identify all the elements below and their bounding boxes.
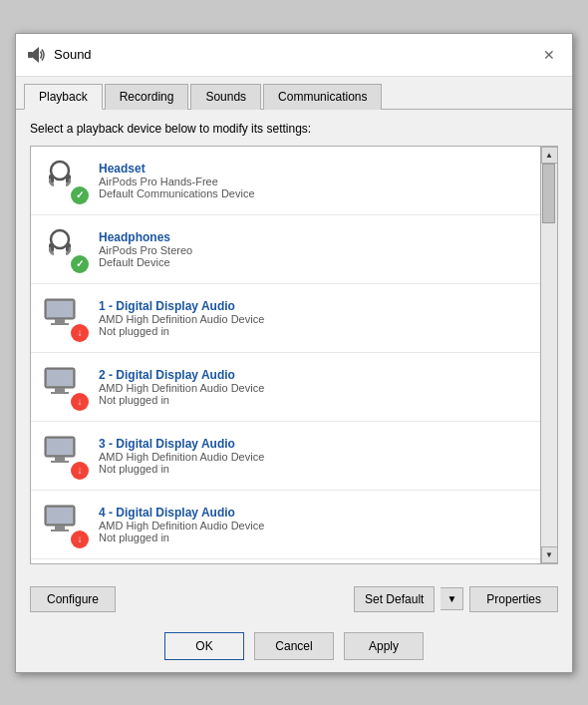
status-badge-red: ↓ — [71, 324, 89, 342]
tab-recording[interactable]: Recording — [105, 84, 189, 110]
device-list: ✓ Headset AirPods Pro Hands-Free Default… — [31, 147, 540, 563]
properties-button[interactable]: Properties — [469, 586, 558, 612]
device-status: Not plugged in — [99, 531, 530, 543]
status-badge-red: ↓ — [71, 462, 89, 480]
scroll-down-button[interactable]: ▼ — [541, 546, 558, 563]
device-icon-wrap: ✓ — [41, 225, 89, 273]
device-name: 2 - Digital Display Audio — [99, 368, 530, 382]
scrollbar: ▲ ▼ — [540, 147, 557, 563]
list-item[interactable]: ↓ 4 - Digital Display Audio AMD High Def… — [31, 491, 540, 559]
apply-button[interactable]: Apply — [344, 632, 424, 660]
device-name: 4 - Digital Display Audio — [99, 506, 530, 520]
device-info: 1 - Digital Display Audio AMD High Defin… — [99, 299, 530, 337]
scroll-up-button[interactable]: ▲ — [541, 147, 558, 164]
list-item[interactable]: ↓ 2 - Digital Display Audio AMD High Def… — [31, 353, 540, 422]
title-bar-left: Sound — [26, 45, 92, 65]
svg-rect-13 — [47, 370, 73, 386]
status-badge-green: ✓ — [71, 255, 89, 273]
status-badge-red: ↓ — [71, 393, 89, 411]
status-badge-red: ↓ — [71, 530, 89, 548]
svg-rect-15 — [51, 392, 69, 394]
svg-rect-14 — [55, 388, 65, 392]
svg-rect-18 — [55, 457, 65, 461]
status-badge-green: ✓ — [71, 186, 89, 204]
device-status: Default Device — [99, 256, 530, 268]
device-info: Headphones AirPods Pro Stereo Default De… — [99, 230, 530, 268]
device-icon-wrap: ↓ — [41, 294, 89, 342]
svg-rect-9 — [47, 301, 73, 317]
device-sub: AMD High Definition Audio Device — [99, 451, 530, 463]
list-item[interactable]: ↓ 3 - Digital Display Audio AMD High Def… — [31, 422, 540, 491]
device-sub: AMD High Definition Audio Device — [99, 520, 530, 531]
device-icon-wrap: ↓ — [41, 363, 89, 411]
svg-rect-21 — [47, 508, 73, 524]
scroll-track — [541, 164, 558, 546]
set-default-button[interactable]: Set Default — [354, 586, 435, 612]
device-sub: AirPods Pro Hands-Free — [99, 176, 530, 187]
configure-button[interactable]: Configure — [30, 586, 116, 612]
svg-marker-1 — [33, 47, 39, 63]
list-item[interactable]: ✓ Headphones AirPods Pro Stereo Default … — [31, 215, 540, 284]
set-default-dropdown-button[interactable]: ▼ — [441, 587, 463, 610]
device-sub: AMD High Definition Audio Device — [99, 313, 530, 325]
title-text: Sound — [54, 47, 92, 62]
tab-playback[interactable]: Playback — [24, 84, 103, 110]
device-status: Not plugged in — [99, 463, 530, 475]
device-info: Headset AirPods Pro Hands-Free Default C… — [99, 162, 530, 199]
device-info: 4 - Digital Display Audio AMD High Defin… — [99, 506, 530, 543]
list-item[interactable]: ↓ 1 - Digital Display Audio AMD High Def… — [31, 284, 540, 353]
device-sub: AirPods Pro Stereo — [99, 244, 530, 256]
svg-rect-23 — [51, 529, 69, 531]
device-name: 3 - Digital Display Audio — [99, 437, 530, 451]
action-buttons-row: Configure Set Default▼ Properties — [16, 576, 572, 622]
scroll-thumb[interactable] — [542, 164, 555, 223]
device-sub: AMD High Definition Audio Device — [99, 382, 530, 394]
list-item[interactable]: ✓ Headset AirPods Pro Hands-Free Default… — [31, 147, 540, 215]
device-status: Default Communications Device — [99, 187, 530, 199]
sound-icon — [26, 45, 46, 65]
sound-dialog: Sound ✕ Playback Recording Sounds Commun… — [15, 33, 573, 673]
close-button[interactable]: ✕ — [536, 42, 562, 68]
device-name: 1 - Digital Display Audio — [99, 299, 530, 313]
device-icon-wrap: ↓ — [41, 501, 89, 548]
svg-rect-22 — [55, 526, 65, 529]
svg-rect-10 — [55, 319, 65, 323]
ok-button[interactable]: OK — [164, 632, 244, 660]
cancel-button[interactable]: Cancel — [254, 632, 334, 660]
tab-content: Select a playback device below to modify… — [16, 110, 572, 576]
device-name: Headset — [99, 162, 530, 176]
tab-sounds[interactable]: Sounds — [190, 84, 261, 110]
tabs-bar: Playback Recording Sounds Communications — [16, 77, 572, 110]
device-info: 3 - Digital Display Audio AMD High Defin… — [99, 437, 530, 475]
ok-cancel-row: OK Cancel Apply — [16, 622, 572, 672]
svg-rect-19 — [51, 461, 69, 463]
device-list-container: ✓ Headset AirPods Pro Hands-Free Default… — [30, 146, 558, 564]
device-info: 2 - Digital Display Audio AMD High Defin… — [99, 368, 530, 406]
instruction-text: Select a playback device below to modify… — [30, 122, 558, 136]
device-name: Headphones — [99, 230, 530, 244]
device-status: Not plugged in — [99, 325, 530, 337]
svg-rect-11 — [51, 323, 69, 325]
svg-rect-0 — [28, 52, 33, 58]
device-icon-wrap: ✓ — [41, 157, 89, 204]
device-icon-wrap: ↓ — [41, 432, 89, 480]
svg-rect-17 — [47, 439, 73, 455]
title-bar: Sound ✕ — [16, 34, 572, 77]
device-status: Not plugged in — [99, 394, 530, 406]
tab-communications[interactable]: Communications — [263, 84, 382, 110]
